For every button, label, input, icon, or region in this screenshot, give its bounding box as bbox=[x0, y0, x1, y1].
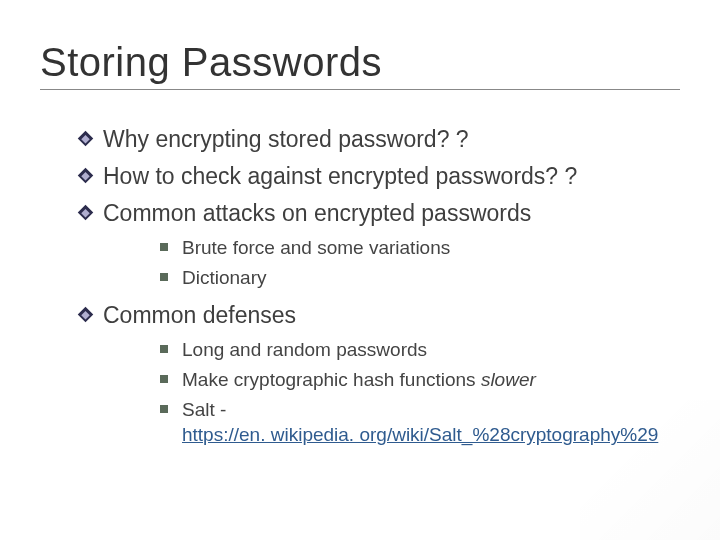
level2-list: Long and random passwords Make cryptogra… bbox=[160, 337, 680, 448]
diamond-bullet-icon bbox=[80, 207, 91, 218]
l2-text: Brute force and some variations bbox=[182, 235, 450, 261]
level2-list: Brute force and some variations Dictiona… bbox=[160, 235, 680, 290]
l1-item: How to check against encrypted passwords… bbox=[80, 161, 680, 192]
square-bullet-icon bbox=[160, 273, 168, 281]
l2-item: Long and random passwords bbox=[160, 337, 680, 363]
l1-text: How to check against encrypted passwords… bbox=[103, 161, 577, 192]
level1-list: Why encrypting stored password? ? How to… bbox=[80, 124, 680, 448]
l1-item: Common defenses bbox=[80, 300, 680, 331]
square-bullet-icon bbox=[160, 375, 168, 383]
l1-text: Common attacks on encrypted passwords bbox=[103, 198, 531, 229]
l2-text: Long and random passwords bbox=[182, 337, 427, 363]
l2-text-em: slower bbox=[481, 369, 536, 390]
l2-text: Make cryptographic hash functions slower bbox=[182, 367, 536, 393]
slide: Storing Passwords Why encrypting stored … bbox=[0, 0, 720, 540]
square-bullet-icon bbox=[160, 345, 168, 353]
l1-text: Why encrypting stored password? ? bbox=[103, 124, 469, 155]
diamond-bullet-icon bbox=[80, 133, 91, 144]
diamond-bullet-icon bbox=[80, 309, 91, 320]
diamond-bullet-icon bbox=[80, 170, 91, 181]
salt-wikipedia-link[interactable]: https://en. wikipedia. org/wiki/Salt_%28… bbox=[182, 424, 658, 445]
l2-text: Salt - https://en. wikipedia. org/wiki/S… bbox=[182, 397, 658, 448]
l1-item: Common attacks on encrypted passwords bbox=[80, 198, 680, 229]
l2-item: Salt - https://en. wikipedia. org/wiki/S… bbox=[160, 397, 680, 448]
slide-title: Storing Passwords bbox=[40, 40, 680, 85]
l1-text: Common defenses bbox=[103, 300, 296, 331]
l2-item: Make cryptographic hash functions slower bbox=[160, 367, 680, 393]
square-bullet-icon bbox=[160, 243, 168, 251]
l2-text-pre: Make cryptographic hash functions bbox=[182, 369, 481, 390]
l2-text-pre: Salt - bbox=[182, 399, 226, 420]
l1-item: Why encrypting stored password? ? bbox=[80, 124, 680, 155]
l2-text: Dictionary bbox=[182, 265, 266, 291]
l2-item: Dictionary bbox=[160, 265, 680, 291]
l2-item: Brute force and some variations bbox=[160, 235, 680, 261]
title-rule bbox=[40, 89, 680, 90]
square-bullet-icon bbox=[160, 405, 168, 413]
